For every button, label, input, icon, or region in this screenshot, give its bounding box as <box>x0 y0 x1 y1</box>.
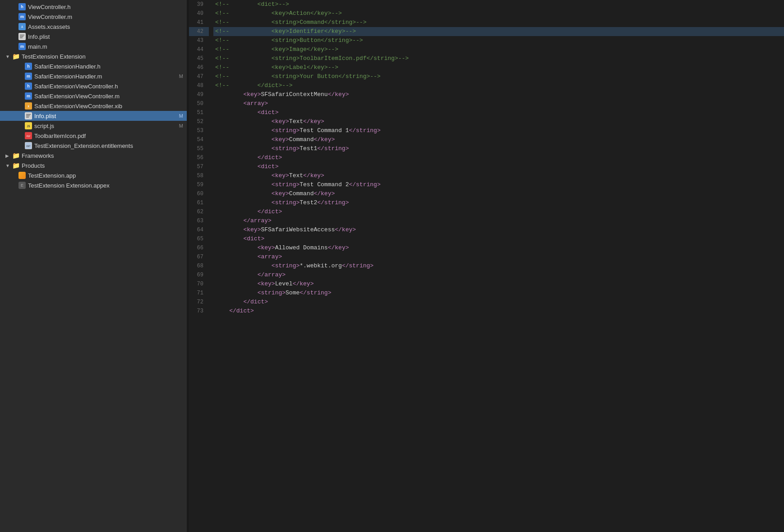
sidebar-item-label: TestExtension.app <box>28 172 187 179</box>
sidebar-item-ViewController.h[interactable]: hViewController.h <box>0 2 187 12</box>
line-gutter <box>209 153 213 162</box>
svg-text:X: X <box>28 105 29 108</box>
code-line-42: 42<!-- <key>Identifier</key>--> <box>189 27 784 36</box>
code-line-72: 72 </dict> <box>189 298 784 307</box>
line-content: </array> <box>213 216 784 225</box>
sidebar-item-SafariExtensionViewController.m[interactable]: mSafariExtensionViewController.m <box>0 91 187 101</box>
line-content: <key>Level</key> <box>213 280 784 289</box>
file-icon-pdf: PDF <box>24 132 32 140</box>
line-gutter <box>209 289 213 298</box>
code-line-53: 53 <string>Test Command 1</string> <box>189 126 784 135</box>
code-line-66: 66 <key>Allowed Domains</key> <box>189 243 784 252</box>
code-line-65: 65 <dict> <box>189 234 784 243</box>
line-gutter <box>209 207 213 216</box>
svg-rect-11 <box>26 117 29 118</box>
sidebar-item-ToolbarItemIcon.pdf[interactable]: PDFToolbarItemIcon.pdf <box>0 131 187 141</box>
sidebar-item-label: ToolbarItemIcon.pdf <box>34 133 187 139</box>
sidebar-item-label: SafariExtensionHandler.m <box>34 73 179 80</box>
sidebar-item-Products[interactable]: ▼📁Products <box>0 161 187 170</box>
line-number: 60 <box>189 189 209 198</box>
file-icon-folder: 📁 <box>12 151 20 160</box>
line-number: 62 <box>189 207 209 216</box>
sidebar-item-main.m[interactable]: mmain.m <box>0 41 187 51</box>
line-number: 61 <box>189 198 209 207</box>
line-gutter <box>209 36 213 45</box>
line-gutter <box>209 126 213 135</box>
svg-text:ENT: ENT <box>26 145 30 147</box>
sidebar-item-label: TestExtension_Extension.entitlements <box>34 142 187 149</box>
line-number: 59 <box>189 180 209 189</box>
line-number: 71 <box>189 289 209 298</box>
sidebar-item-SafariExtensionViewController.h[interactable]: hSafariExtensionViewController.h <box>0 81 187 91</box>
sidebar-item-TestExtension_Extension.appex[interactable]: ETestExtension Extension.appex <box>0 180 187 190</box>
sidebar-item-TestExtension_Extension[interactable]: ▼📁TestExtension Extension <box>0 51 187 61</box>
line-gutter <box>209 135 213 144</box>
line-gutter <box>209 9 213 18</box>
sidebar-item-Info2.plist[interactable]: Info.plistM <box>0 111 187 121</box>
code-line-50: 50 <array> <box>189 99 784 108</box>
line-gutter <box>209 189 213 198</box>
sidebar-item-label: SafariExtensionHandler.h <box>34 63 187 70</box>
line-number: 70 <box>189 280 209 289</box>
sidebar-item-script.js[interactable]: JSscript.jsM <box>0 121 187 131</box>
line-number: 66 <box>189 243 209 252</box>
code-line-54: 54 <key>Command</key> <box>189 135 784 144</box>
line-content: <string>*.webkit.org</string> <box>213 261 784 271</box>
code-editor: 39<!-- <dict>-->40<!-- <key>Action</key>… <box>189 0 784 532</box>
code-line-69: 69 </array> <box>189 271 784 280</box>
line-number: 48 <box>189 81 209 90</box>
line-content: <key>SFSafariContextMenu</key> <box>213 90 784 99</box>
line-gutter <box>209 108 213 117</box>
file-icon-folder-open: 📁 <box>12 52 20 60</box>
sidebar-item-Frameworks[interactable]: ▶📁Frameworks <box>0 151 187 161</box>
file-navigator[interactable]: hViewController.hmViewController.mAAsset… <box>0 0 187 532</box>
sidebar-item-ViewController.m[interactable]: mViewController.m <box>0 12 187 22</box>
file-icon-m: m <box>18 42 26 50</box>
tree-arrow: ▼ <box>5 54 12 59</box>
sidebar-item-TestExtension_Extension.entitlements[interactable]: ENTTestExtension_Extension.entitlements <box>0 141 187 151</box>
sidebar-item-Info.plist[interactable]: Info.plist <box>0 32 187 41</box>
code-line-58: 58 <key>Text</key> <box>189 171 784 180</box>
code-line-46: 46<!-- <key>Label</key>--> <box>189 63 784 72</box>
line-content: <dict> <box>213 162 784 171</box>
line-content: <string>Test1</string> <box>213 144 784 153</box>
file-icon-m: m <box>18 13 26 21</box>
sidebar-item-label: SafariExtensionViewController.h <box>34 83 187 90</box>
code-line-41: 41<!-- <string>Command</string>--> <box>189 18 784 27</box>
line-gutter <box>209 280 213 289</box>
code-line-49: 49 <key>SFSafariContextMenu</key> <box>189 90 784 99</box>
line-content: <!-- </dict>--> <box>213 81 784 90</box>
file-icon-appex: E <box>18 181 26 189</box>
file-icon-h: h <box>24 62 32 70</box>
line-content: </dict> <box>213 298 784 307</box>
tree-arrow: ▼ <box>5 163 12 168</box>
line-gutter <box>209 162 213 171</box>
line-content: <!-- <key>Image</key>--> <box>213 45 784 54</box>
line-gutter <box>209 180 213 189</box>
sidebar-item-SafariExtensionHandler.m[interactable]: mSafariExtensionHandler.mM <box>0 71 187 81</box>
line-number: 52 <box>189 117 209 126</box>
line-content: <string>Test Command 2</string> <box>213 180 784 189</box>
code-line-39: 39<!-- <dict>--> <box>189 0 784 9</box>
code-line-61: 61 <string>Test2</string> <box>189 198 784 207</box>
code-line-57: 57 <dict> <box>189 162 784 171</box>
sidebar-item-SafariExtensionHandler.h[interactable]: hSafariExtensionHandler.h <box>0 61 187 71</box>
file-icon-app <box>18 171 26 179</box>
svg-rect-4 <box>20 36 23 37</box>
line-gutter <box>209 0 213 9</box>
line-number: 67 <box>189 252 209 261</box>
line-content: <dict> <box>213 108 784 117</box>
sidebar-item-Assets.xcassets[interactable]: AAssets.xcassets <box>0 22 187 32</box>
sidebar-item-label: Assets.xcassets <box>28 23 187 30</box>
line-gutter <box>209 18 213 27</box>
line-number: 68 <box>189 261 209 271</box>
line-content: <key>Allowed Domains</key> <box>213 243 784 252</box>
file-icon-xcassets: A <box>18 23 26 31</box>
sidebar-item-TestExtension.app[interactable]: TestExtension.app <box>0 170 187 180</box>
line-number: 65 <box>189 234 209 243</box>
line-gutter <box>209 307 213 316</box>
line-content: <!-- <string>Your Button</string>--> <box>213 72 784 81</box>
line-content: <!-- <key>Label</key>--> <box>213 63 784 72</box>
sidebar-item-SafariExtensionViewController.xib[interactable]: XSafariExtensionViewController.xib <box>0 101 187 111</box>
line-number: 44 <box>189 45 209 54</box>
